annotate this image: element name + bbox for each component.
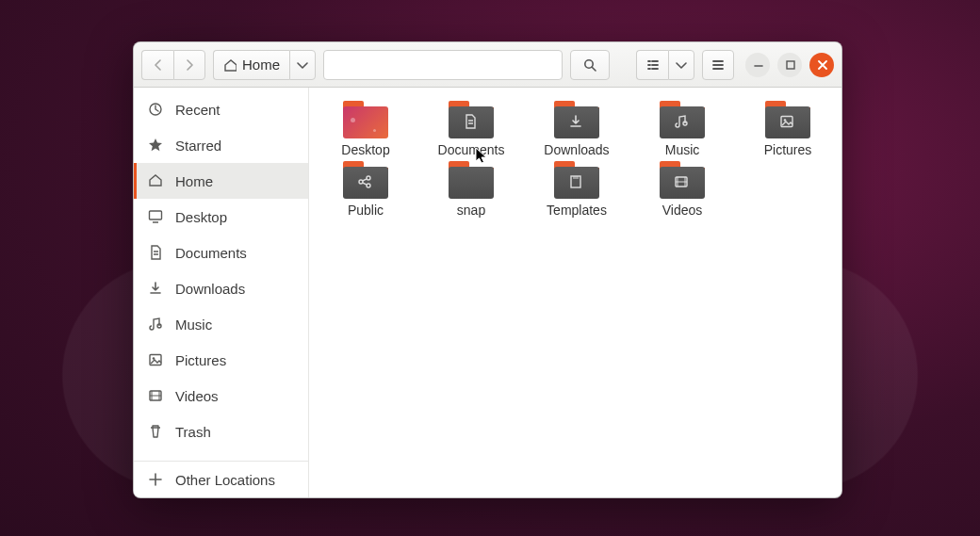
folder-videos[interactable]: Videos <box>648 161 716 218</box>
doc-icon <box>147 245 164 260</box>
headerbar: Home <box>134 42 841 88</box>
folder-label: Desktop <box>341 142 389 157</box>
path-label: Home <box>242 57 280 73</box>
sidebar-item-downloads[interactable]: Downloads <box>134 270 308 306</box>
folder-desktop[interactable]: Desktop <box>332 101 400 157</box>
sidebar-item-label: Music <box>175 317 212 333</box>
folder-label: Pictures <box>764 142 812 157</box>
folder-icon <box>449 161 494 199</box>
download-icon <box>147 281 164 296</box>
music-icon <box>147 317 164 332</box>
home-icon <box>147 173 164 188</box>
video-icon <box>147 388 164 403</box>
sidebar-item-label: Starred <box>175 138 221 154</box>
folder-snap[interactable]: snap <box>437 161 505 218</box>
trash-icon <box>147 424 164 439</box>
clock-icon <box>147 102 164 117</box>
sidebar-item-music[interactable]: Music <box>134 306 308 342</box>
folder-icon <box>554 161 599 199</box>
hamburger-menu-button[interactable] <box>702 50 734 80</box>
view-dropdown-button[interactable] <box>668 50 694 80</box>
sidebar-item-pictures[interactable]: Pictures <box>134 342 308 378</box>
sidebar-item-documents[interactable]: Documents <box>134 235 308 270</box>
sidebar-item-label: Videos <box>175 388 219 404</box>
window-controls <box>745 53 834 77</box>
folder-icon <box>449 101 494 138</box>
star-icon <box>147 138 164 153</box>
sidebar-item-videos[interactable]: Videos <box>134 378 308 414</box>
sidebar-item-label: Trash <box>175 424 211 440</box>
sidebar-item-label: Recent <box>175 102 220 118</box>
folder-label: Downloads <box>544 142 609 157</box>
folder-templates[interactable]: Templates <box>543 161 611 218</box>
sidebar-item-home[interactable]: Home <box>134 163 308 199</box>
sidebar: RecentStarredHomeDesktopDocumentsDownloa… <box>134 88 309 497</box>
path-segment-home[interactable]: Home <box>213 50 289 80</box>
folder-public[interactable]: Public <box>332 161 400 218</box>
folder-icon <box>343 101 388 138</box>
sidebar-item-desktop[interactable]: Desktop <box>134 199 308 235</box>
sidebar-item-label: Pictures <box>175 352 226 368</box>
sidebar-item-trash[interactable]: Trash <box>134 414 308 449</box>
forward-button[interactable] <box>173 50 205 80</box>
desktop-icon <box>147 209 164 224</box>
folder-music[interactable]: Music <box>648 101 716 157</box>
sidebar-item-label: Desktop <box>175 209 227 225</box>
folder-label: snap <box>457 203 485 218</box>
sidebar-item-recent[interactable]: Recent <box>134 91 308 127</box>
picture-icon <box>147 352 164 367</box>
nav-buttons <box>141 50 205 80</box>
sidebar-item-other-locations[interactable]: Other Locations <box>134 462 308 497</box>
folder-label: Templates <box>547 203 607 218</box>
folder-icon <box>343 161 388 199</box>
file-manager-window: Home RecentStarredHomeDesktopDocumentsDo… <box>133 41 842 498</box>
view-list-button[interactable] <box>636 50 668 80</box>
content-area[interactable]: DesktopDocumentsDownloadsMusicPicturesPu… <box>309 88 841 497</box>
home-icon <box>223 58 237 72</box>
folder-label: Documents <box>438 142 505 157</box>
sidebar-item-label: Documents <box>175 245 247 261</box>
search-button[interactable] <box>570 50 610 80</box>
folder-pictures[interactable]: Pictures <box>754 101 822 157</box>
sidebar-item-label: Other Locations <box>175 472 275 488</box>
path-dropdown-button[interactable] <box>289 50 316 80</box>
sidebar-item-label: Home <box>175 173 213 189</box>
folder-icon <box>660 161 705 199</box>
folder-label: Public <box>348 203 384 218</box>
view-controls <box>636 50 694 80</box>
folder-icon <box>660 101 705 138</box>
folder-label: Videos <box>662 203 703 218</box>
plus-icon <box>147 472 164 487</box>
minimize-button[interactable] <box>745 53 770 77</box>
folder-documents[interactable]: Documents <box>437 101 505 157</box>
path-bar: Home <box>213 50 316 80</box>
close-button[interactable] <box>809 53 834 77</box>
folder-downloads[interactable]: Downloads <box>543 101 611 157</box>
maximize-button[interactable] <box>777 53 802 77</box>
address-bar[interactable] <box>323 50 563 80</box>
sidebar-item-starred[interactable]: Starred <box>134 127 308 163</box>
folder-icon <box>765 101 810 138</box>
folder-icon <box>554 101 599 138</box>
back-button[interactable] <box>141 50 173 80</box>
sidebar-item-label: Downloads <box>175 281 245 297</box>
folder-label: Music <box>665 142 700 157</box>
